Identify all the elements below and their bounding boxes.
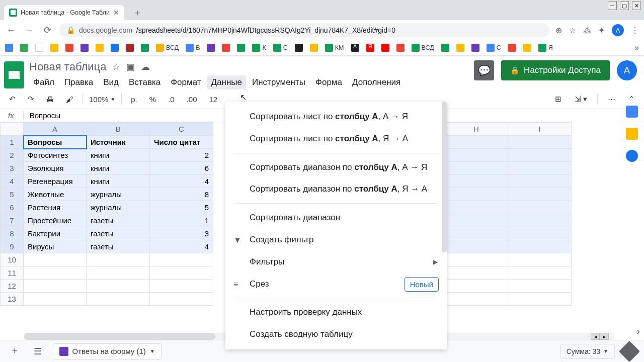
col-header-A[interactable]: A: [24, 123, 87, 136]
bookmark-item[interactable]: С: [487, 44, 501, 52]
cell-B8[interactable]: газеты: [87, 227, 150, 240]
cell-B12[interactable]: [87, 280, 150, 293]
row-header-8[interactable]: 8: [1, 227, 24, 240]
percent-button[interactable]: %: [146, 93, 159, 106]
cell-C12[interactable]: [150, 280, 213, 293]
menu-файл[interactable]: Файл: [29, 75, 58, 89]
bookmark-item[interactable]: [141, 44, 149, 52]
browser-tab[interactable]: Новая таблица - Google Табли ✕: [4, 5, 124, 20]
bookmark-item[interactable]: [207, 44, 215, 52]
bookmarks-overflow[interactable]: »: [634, 43, 639, 52]
print-button[interactable]: 🖶: [43, 93, 57, 106]
cell-A13[interactable]: [24, 293, 87, 306]
cell-H9[interactable]: [445, 240, 508, 253]
menu-item[interactable]: Сортировать диапазон по столбцу A, А → Я: [225, 156, 447, 178]
cell-B4[interactable]: книги: [87, 175, 150, 188]
redo-button[interactable]: ↷: [25, 93, 37, 106]
cell-I10[interactable]: [508, 253, 572, 266]
cell-C10[interactable]: [150, 253, 213, 266]
cell-C2[interactable]: 2: [150, 149, 213, 162]
side-panel-collapse-icon[interactable]: ›: [636, 325, 640, 337]
decrease-decimal-button[interactable]: .0: [165, 93, 178, 106]
bookmark-item[interactable]: [35, 44, 43, 52]
chevron-down-icon[interactable]: ▼: [150, 348, 155, 354]
cell-I4[interactable]: [508, 175, 572, 188]
menu-формат[interactable]: Формат: [167, 75, 205, 89]
window-close[interactable]: ✕: [632, 1, 641, 10]
bookmark-item[interactable]: [523, 44, 531, 52]
more-toolbar-icon[interactable]: ⋯: [605, 93, 618, 106]
col-header-C[interactable]: C: [150, 123, 213, 136]
keep-icon[interactable]: [626, 128, 638, 140]
menu-инструменты[interactable]: Инструменты: [248, 75, 309, 89]
select-all-cell[interactable]: [1, 123, 24, 136]
cell-H6[interactable]: [445, 201, 508, 214]
star-bookmark-icon[interactable]: ☆: [569, 26, 576, 35]
currency-button[interactable]: р.: [128, 93, 140, 106]
cell-C4[interactable]: 4: [150, 175, 213, 188]
menu-item[interactable]: Сортировать лист по столбцу A, Я → А: [225, 128, 447, 150]
bookmark-item[interactable]: [456, 44, 464, 52]
cell-B2[interactable]: книги: [87, 149, 150, 162]
url-input[interactable]: 🔒 docs.google.com/spreadsheets/d/1607n7M…: [59, 23, 549, 37]
col-header-H[interactable]: H: [445, 123, 508, 136]
bookmark-item[interactable]: К: [252, 44, 266, 52]
cell-A2[interactable]: Фотосинтез: [24, 149, 87, 162]
cloud-status-icon[interactable]: ☁: [141, 61, 150, 72]
quicksum-display[interactable]: Сумма: 33▼: [560, 344, 615, 359]
bookmark-item[interactable]: [508, 44, 516, 52]
bookmark-item[interactable]: Я: [366, 44, 374, 52]
scroll-left-arrow[interactable]: ◂: [591, 333, 600, 340]
menu-данные[interactable]: Данные: [207, 75, 246, 89]
menu-item[interactable]: ≡СрезНовый: [225, 273, 447, 295]
cell-B6[interactable]: журналы: [87, 201, 150, 214]
menu-item[interactable]: Создать сводную таблицу: [225, 323, 447, 345]
cell-I9[interactable]: [508, 240, 572, 253]
cell-C11[interactable]: [150, 266, 213, 280]
borders-button[interactable]: ⊞: [552, 93, 565, 106]
extensions-puzzle-icon[interactable]: ✦: [598, 26, 605, 35]
scroll-right-arrow[interactable]: ▸: [600, 333, 609, 340]
cell-C5[interactable]: 8: [150, 188, 213, 201]
merge-button[interactable]: ⇲ ▾: [572, 93, 590, 106]
row-header-3[interactable]: 3: [1, 162, 24, 175]
row-header-1[interactable]: 1: [1, 136, 24, 149]
bookmark-item[interactable]: [381, 44, 389, 52]
cell-H12[interactable]: [445, 280, 508, 293]
menu-вставка[interactable]: Вставка: [125, 75, 165, 89]
bookmark-item[interactable]: А: [351, 44, 359, 52]
bookmark-item[interactable]: [96, 44, 104, 52]
comments-button[interactable]: 💬: [474, 60, 494, 80]
col-header-I[interactable]: I: [508, 123, 572, 136]
cell-C3[interactable]: 6: [150, 162, 213, 175]
cell-B9[interactable]: газеты: [87, 240, 150, 253]
explore-button[interactable]: [619, 340, 640, 361]
menu-item[interactable]: Настроить проверку данных: [225, 301, 447, 323]
cell-C7[interactable]: 1: [150, 214, 213, 227]
cell-A3[interactable]: Эволюция: [24, 162, 87, 175]
new-tab-button[interactable]: +: [130, 6, 144, 20]
forward-button[interactable]: →: [23, 25, 35, 36]
menu-item[interactable]: Фильтры▶: [225, 251, 447, 273]
cell-I7[interactable]: [508, 214, 572, 227]
account-avatar[interactable]: А: [617, 60, 637, 80]
cell-C9[interactable]: 4: [150, 240, 213, 253]
bookmark-item[interactable]: [5, 44, 13, 52]
document-title[interactable]: Новая таблица: [29, 60, 106, 73]
col-header-B[interactable]: B: [87, 123, 150, 136]
row-header-6[interactable]: 6: [1, 201, 24, 214]
all-sheets-button[interactable]: ☰: [29, 343, 47, 360]
undo-button[interactable]: ↶: [6, 93, 19, 106]
cell-I6[interactable]: [508, 201, 572, 214]
reload-button[interactable]: ⟳: [41, 25, 53, 36]
row-header-10[interactable]: 10: [1, 253, 24, 266]
cell-I8[interactable]: [508, 227, 572, 240]
bookmark-item[interactable]: ВСД: [412, 44, 434, 52]
bookmark-item[interactable]: ВСД: [156, 44, 179, 52]
bookmark-item[interactable]: [396, 44, 405, 52]
menu-дополнения[interactable]: Дополнения: [348, 75, 405, 89]
menu-правка[interactable]: Правка: [60, 75, 97, 89]
cell-H5[interactable]: [445, 188, 508, 201]
bookmark-item[interactable]: [65, 44, 73, 52]
cell-H1[interactable]: [445, 136, 508, 149]
